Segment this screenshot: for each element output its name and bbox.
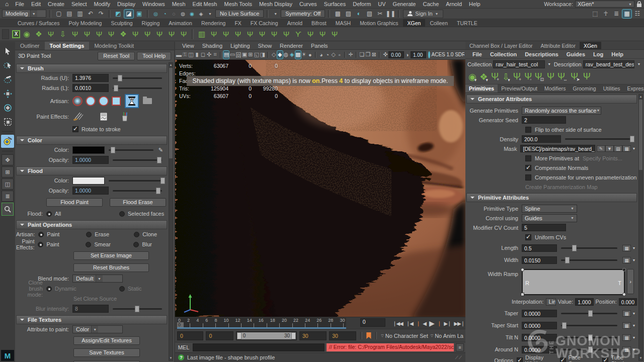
width-field[interactable]: 0.0150 [522, 256, 557, 264]
file-texture-button[interactable]: Assign/Edit Textures [73, 336, 140, 345]
export-collection-icon[interactable]: ⇩ [57, 29, 68, 40]
two-pane-layout-icon[interactable]: ◫ [2, 178, 14, 190]
undo-icon[interactable]: ↶ [86, 10, 95, 18]
sign-in-button[interactable]: Sign In ▼ [403, 10, 443, 18]
menu-item[interactable]: Surfaces [320, 1, 349, 7]
select-object-icon[interactable]: ◪ [124, 10, 133, 18]
guide-width-icon[interactable]: Ψ [130, 29, 141, 40]
shelf-tab[interactable]: FX [230, 19, 246, 27]
open-scene-icon[interactable]: ▤ [65, 10, 74, 18]
artisan-op-radio[interactable]: Paint [38, 231, 86, 237]
density-layers-icon[interactable]: ❖ [118, 29, 129, 40]
brush-medium-icon[interactable] [86, 96, 96, 106]
flood-color-swatch[interactable] [72, 177, 105, 185]
paint-color-slider[interactable] [109, 149, 153, 151]
ramp-position-field[interactable]: 0.000 [619, 298, 637, 306]
lasso-select-tool-icon[interactable] [1, 59, 14, 72]
generator-seed-field[interactable]: 2 [522, 116, 566, 124]
panel-tab[interactable]: Tool Settings [45, 42, 90, 50]
tilt-n-slider[interactable] [561, 337, 617, 338]
more-primitives-checkbox[interactable] [525, 155, 531, 161]
primitive-option-checkbox[interactable]: Face Camera [560, 354, 598, 362]
move-tool-icon[interactable] [1, 87, 14, 100]
snap-view-icon[interactable]: ◉ [188, 10, 196, 18]
mask-field[interactable]: [DESC]/paintmaps/rav_beard_test_densMsk [520, 145, 595, 152]
viewport-menu-item[interactable]: Lighting [226, 43, 254, 49]
clump-icon[interactable]: Ψ [154, 29, 165, 40]
show-guides-icon[interactable]: Ψ [82, 29, 93, 40]
shelf-tab[interactable]: Arnold [283, 19, 307, 27]
select-tool-icon[interactable] [1, 45, 14, 58]
safe-action-icon[interactable]: ◱ [254, 51, 259, 59]
set-erase-image-button[interactable]: Set Erase Image [73, 251, 149, 260]
save-scene-icon[interactable]: ▥ [75, 10, 85, 18]
menu-set-dropdown[interactable]: Modeling▼ [2, 10, 46, 18]
groom-density-icon[interactable]: Ψ [305, 29, 316, 40]
update-preview-icon[interactable]: Ψ+ [491, 71, 499, 82]
flood-color-slider[interactable] [109, 180, 162, 182]
ramp-handle-bl[interactable] [521, 293, 524, 296]
shelf-menu-icon[interactable] [2, 29, 9, 39]
compensate-uneven-checkbox[interactable] [525, 174, 531, 180]
render-icon[interactable]: ▩ [333, 10, 342, 18]
xray-icon[interactable]: ❏ [359, 51, 365, 59]
export-patches-icon[interactable]: ⇩▾ [502, 71, 510, 82]
menu-item[interactable]: Generate [389, 1, 420, 7]
density-slider[interactable] [565, 138, 632, 140]
xgen-menu-item[interactable]: Guides [562, 51, 589, 57]
mel-input[interactable] [193, 343, 325, 351]
flood-radio[interactable]: All [46, 211, 94, 217]
shelf-tab[interactable]: Motion Graphics [355, 19, 403, 27]
attribute-editor-icon[interactable]: ☷ [633, 10, 642, 18]
width-ramp[interactable]: RT [522, 269, 625, 295]
panel-tab[interactable]: Modeling Toolkit [89, 42, 139, 50]
bookmark-icon[interactable]: ▮ [194, 51, 200, 59]
generate-primitives-dropdown[interactable]: Randomly across the surface▼ [522, 107, 601, 115]
overscan-icon[interactable]: ⌗ [212, 51, 218, 59]
reset-brushes-button[interactable]: Reset Brushes [73, 263, 149, 272]
show-guide-icon[interactable]: Ψ◦ [524, 71, 531, 82]
viewport-menu-item[interactable]: Renderer [276, 43, 307, 49]
tool-help-button[interactable]: Tool Help [137, 52, 171, 60]
shaded-icon[interactable]: ◆ [277, 51, 283, 59]
section-brush[interactable]: Brush [16, 64, 167, 73]
groom-part-icon[interactable]: Ψ [269, 29, 280, 40]
anim-start-field[interactable]: 0 [206, 331, 233, 340]
clear-preview-icon[interactable]: ❖▾ [479, 71, 488, 82]
xgen-preview-icon[interactable]: ◉ [21, 29, 32, 40]
xgen-subtab[interactable]: Expressions [624, 84, 644, 93]
flip-surface-checkbox[interactable] [525, 127, 531, 133]
lighting-icon[interactable]: ☀ [301, 51, 307, 59]
menu-item[interactable]: Cache [419, 1, 442, 7]
xray-joints-icon[interactable]: ❐ [365, 51, 371, 59]
snap-point-icon[interactable]: ◌ [170, 10, 178, 18]
menu-item[interactable]: Curves [296, 1, 320, 7]
taper-start-slider[interactable] [561, 325, 617, 326]
ramp-handle-end[interactable] [622, 268, 626, 272]
groom-add-icon[interactable]: Ψ [208, 29, 219, 40]
primitive-option-checkbox[interactable]: Display Width [517, 354, 554, 362]
flood-opacity-slider[interactable] [113, 190, 162, 192]
screen-space-ao-icon[interactable]: ◕ [318, 51, 324, 59]
flood-paint-button[interactable]: Flood Paint [46, 198, 103, 207]
section-color[interactable]: Color [16, 136, 167, 145]
groom-width-icon[interactable]: Ψ [317, 29, 328, 40]
menu-item[interactable]: Windows [139, 1, 169, 7]
command-language-toggle[interactable]: MEL [177, 344, 191, 350]
cut-guide-icon[interactable]: Ψ [166, 29, 177, 40]
multisampling-icon[interactable]: ◇ [331, 51, 336, 59]
right-panel-tab[interactable]: Attribute Editor [537, 42, 580, 49]
length-field[interactable]: 0.5 [522, 244, 557, 252]
attribute-to-paint-dropdown[interactable]: Color▼ [72, 325, 123, 333]
launch-app-icon[interactable]: ✂ [375, 10, 384, 18]
shelf-tab[interactable]: Rendering [197, 19, 230, 27]
resize-grip[interactable]: ⟋⟋ [455, 355, 462, 360]
menu-item[interactable]: Edit Mesh [189, 1, 221, 7]
modifier-cv-count-field[interactable]: 5 [522, 224, 566, 231]
mask-map-icon[interactable]: ▦ [622, 145, 631, 152]
artisan-op-radio[interactable]: Erase [86, 231, 134, 237]
mask-save-icon[interactable]: ▼ [605, 145, 614, 152]
radius-u-field[interactable]: 1.3976 [72, 74, 109, 82]
description-dropdown[interactable]: rav_beard_test_des [583, 60, 634, 68]
channel-box-icon[interactable]: ≣ [612, 10, 621, 18]
